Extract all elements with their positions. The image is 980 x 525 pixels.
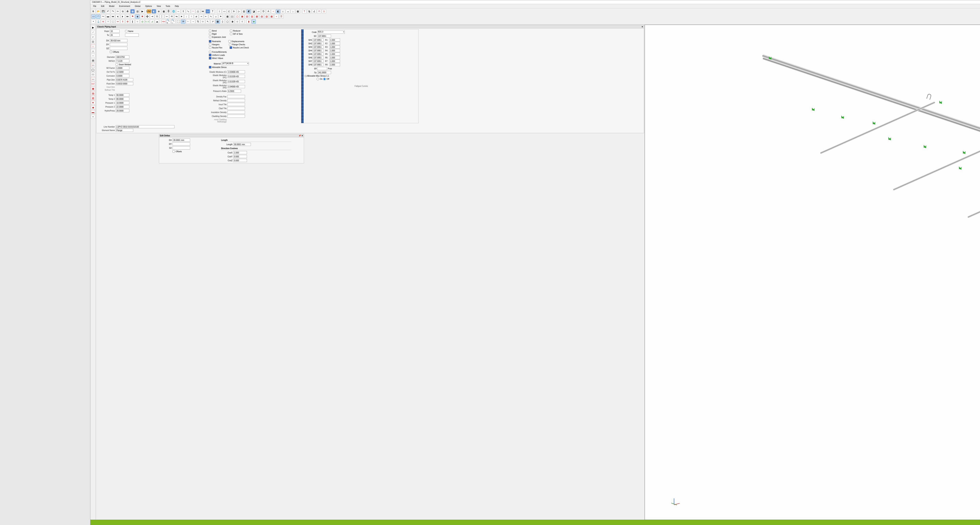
chk-nlmt[interactable] [230,46,232,49]
fdens-input[interactable] [116,82,133,85]
wf-input[interactable] [116,67,129,70]
panel-close-icon[interactable]: ✕ [641,26,643,28]
3d-viewport[interactable] [644,25,980,520]
menu-tools[interactable]: Tools [164,5,171,8]
lt-pipe-icon[interactable]: ⟋ [91,30,95,34]
angle-icon[interactable]: ∠ [312,9,317,14]
pointer-icon[interactable]: ↖ [205,19,210,24]
section-icon[interactable]: ⌀ [194,14,198,19]
warp-icon[interactable]: ∿ [209,14,213,19]
pick-point-icon[interactable]: • [91,19,95,24]
chk-hangers[interactable] [209,43,211,46]
break-icon[interactable]: ⤡ [186,9,190,14]
mode-elem-icon[interactable]: ▬ [106,14,110,19]
mode-pipe-icon[interactable]: ▭ [91,14,95,19]
redo-icon[interactable]: ↷ [111,9,115,14]
p2-input[interactable] [116,105,129,108]
chk-nflex[interactable] [209,46,211,49]
view-grid-icon[interactable]: ▦ [225,14,229,19]
f6-v[interactable] [329,56,340,59]
view4-icon[interactable]: ▦ [215,19,220,24]
eff-input[interactable] [317,67,327,70]
win4-icon[interactable]: ▥ [250,14,254,19]
sh5-a[interactable] [313,52,323,56]
lt-group-icon[interactable]: ▤ [91,59,95,62]
run-icon[interactable]: ▶ [140,9,145,14]
valve2-icon[interactable]: ◎ [140,19,145,24]
wt-input[interactable] [116,59,129,62]
viewD-icon[interactable]: ⎅ [235,19,239,24]
rest-y-icon[interactable]: ⇕ [121,19,125,24]
sh8-a[interactable] [313,63,323,66]
viewC-icon[interactable]: ◑ [230,19,234,24]
restraint-icon[interactable]: ⟟ [217,9,221,14]
f8-v[interactable] [329,63,340,66]
arrow-down-icon[interactable]: ↓ [184,14,189,19]
units-icon[interactable]: UNC [147,9,151,14]
ed-length-input[interactable] [233,143,251,146]
ed-dy-input[interactable] [172,143,190,146]
sy-input[interactable] [317,71,331,74]
linenum-input[interactable] [116,125,175,128]
sh7-a[interactable] [313,60,323,63]
print-icon[interactable]: 🖶 [126,9,130,14]
sh2-a[interactable] [313,42,323,45]
cap-icon[interactable]: ⊓ [317,9,321,14]
nozzle-icon[interactable]: ⊏ [227,9,231,14]
center-icon[interactable]: ⊹ [201,19,205,24]
cloud-icon[interactable]: ☁ [155,19,159,24]
corr-input[interactable] [116,74,129,78]
code-combo[interactable]: B31.3 [317,30,345,34]
menu-model[interactable]: Model [108,5,115,8]
text-icon[interactable]: T [210,9,215,14]
report-icon[interactable]: ▭ [205,9,210,14]
align-v-icon[interactable]: │ [160,14,164,19]
sh1-a[interactable] [313,38,323,41]
layer-icon[interactable]: ☰ [279,14,283,19]
menu-edit[interactable]: Edit [100,5,105,8]
iso-icon[interactable]: ◩ [247,9,251,14]
name-input[interactable] [125,33,139,36]
box-sel-icon[interactable]: ▭ [222,9,226,14]
colorby-icon[interactable]: ◧ [276,9,280,14]
radio-off[interactable] [323,78,326,80]
lt-bend-icon[interactable]: ⌐ [91,35,95,39]
mode-curve-icon[interactable]: 〜 [101,14,105,19]
pan-right-icon[interactable]: → [191,19,195,24]
chk-rigid[interactable] [209,33,211,35]
menu-view[interactable]: View [156,5,162,8]
reducer2-icon[interactable]: ⊿ [150,19,154,24]
ed-cy-input[interactable] [233,155,247,158]
chk-forces[interactable] [209,51,211,53]
hp-input[interactable] [116,109,129,112]
rest-x-icon[interactable]: ⇔ [116,19,120,24]
f2-v[interactable] [329,42,340,45]
ed-offsets-check[interactable] [172,150,175,152]
ed-dz-input[interactable] [172,146,190,149]
link2-icon[interactable]: ⇠ [204,14,208,19]
ovt-input[interactable] [116,70,129,73]
claddens-input[interactable] [228,114,245,118]
insert-icon[interactable]: ⇥ [150,14,154,19]
r-pipe-icon[interactable]: PIPE [162,19,166,24]
save-icon[interactable]: 💾 [101,9,105,14]
chk-bend[interactable] [209,30,211,32]
sh3-a[interactable] [313,46,323,49]
pdens-input[interactable] [116,78,133,81]
lt-more-icon[interactable]: • [91,115,95,119]
snap2-icon[interactable]: ⟁ [286,9,290,14]
offset-check[interactable] [110,51,112,53]
chk-reducer[interactable] [230,30,232,32]
ed-dx-input[interactable] [172,138,190,142]
emh3-input[interactable] [228,85,245,88]
olap-icon[interactable]: ⟠ [322,9,326,14]
lt-spring-icon[interactable]: REP [91,82,95,86]
to-input[interactable] [110,33,119,36]
flange-icon[interactable]: ⊂⊃ [145,19,150,24]
batch-icon[interactable]: ▤ [135,9,140,14]
cut-icon[interactable]: ✂ [116,9,120,14]
name-check[interactable] [125,30,127,32]
analyze-icon[interactable]: ◧ [152,9,156,14]
menu-global[interactable]: Global [134,5,142,8]
first-icon[interactable]: ⏮ [111,14,115,19]
